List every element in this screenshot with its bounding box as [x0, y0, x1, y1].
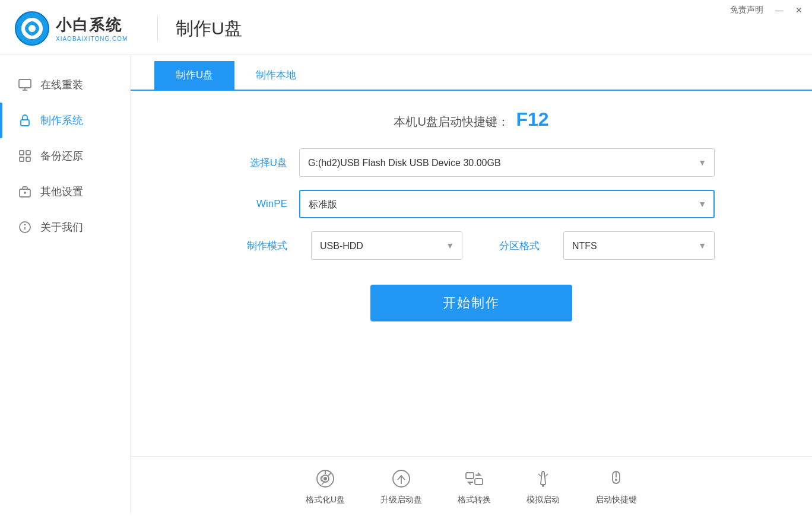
- sidebar-item-label: 关于我们: [40, 220, 83, 234]
- start-button[interactable]: 开始制作: [370, 285, 572, 321]
- main-layout: 在线重装 制作系统 备份还原: [0, 55, 812, 514]
- mode-partition-row: 制作模式 USB-HDD ▼ 分区格式 NTFS ▼: [228, 231, 715, 260]
- svg-rect-22: [466, 473, 474, 479]
- info-icon: [18, 220, 32, 234]
- sidebar-item-about-us[interactable]: 关于我们: [0, 209, 130, 245]
- toolbar-label: 格式转换: [458, 495, 491, 505]
- minimize-button[interactable]: —: [775, 5, 784, 15]
- disclaimer-link[interactable]: 免责声明: [730, 5, 763, 15]
- content-body: 本机U盘启动快捷键： F12 选择U盘 G:(hd2)USB Flash Dis…: [131, 91, 812, 456]
- shortcut-hint: 本机U盘启动快捷键： F12: [394, 109, 548, 130]
- close-button[interactable]: ✕: [795, 5, 803, 15]
- logo-subtitle: XIAOBAIXITONG.COM: [56, 36, 128, 42]
- usb-select-control: G:(hd2)USB Flash Disk USB Device 30.00GB…: [299, 148, 715, 177]
- svg-point-2: [28, 25, 36, 32]
- winpe-select-control: 标准版 ▼: [299, 190, 715, 218]
- winpe-label: WinPE: [228, 198, 287, 210]
- convert-icon: [463, 467, 486, 490]
- toolbar-item-format-usb[interactable]: 格式化U盘: [306, 467, 345, 505]
- page-title: 制作U盘: [157, 17, 242, 41]
- app-logo-icon: [14, 11, 50, 46]
- svg-rect-8: [26, 151, 30, 155]
- tab-make-usb[interactable]: 制作U盘: [154, 61, 234, 91]
- partition-select-wrapper: NTFS ▼: [563, 231, 715, 260]
- titlebar: 免责声明 — ✕: [721, 0, 812, 20]
- sidebar-item-other-settings[interactable]: 其他设置: [0, 174, 130, 209]
- toolbar-label: 启动快捷键: [595, 495, 637, 505]
- shortcut-key: F12: [516, 109, 548, 130]
- svg-rect-6: [21, 120, 29, 126]
- sidebar-item-label: 其他设置: [40, 184, 83, 199]
- svg-rect-7: [20, 151, 24, 155]
- winpe-select-wrapper: 标准版 ▼: [299, 190, 715, 218]
- partition-label: 分区格式: [486, 239, 540, 253]
- sidebar-item-label: 在线重装: [40, 78, 83, 92]
- svg-rect-9: [20, 157, 24, 161]
- svg-rect-10: [26, 157, 30, 161]
- svg-rect-23: [475, 479, 483, 485]
- toolbar-item-format-convert[interactable]: 格式转换: [458, 467, 491, 505]
- mouse-icon: [605, 467, 627, 490]
- svg-rect-3: [19, 79, 31, 88]
- logo-title: 小白系统: [56, 15, 128, 36]
- sidebar: 在线重装 制作系统 备份还原: [0, 55, 131, 514]
- logo-area: 小白系统 XIAOBAIXITONG.COM: [14, 11, 128, 46]
- sidebar-item-make-system[interactable]: 制作系统: [0, 103, 130, 138]
- bottom-toolbar: 格式化U盘 升级启动盘: [131, 456, 812, 514]
- svg-point-19: [323, 477, 327, 480]
- sidebar-item-label: 备份还原: [40, 149, 83, 163]
- logo-text: 小白系统 XIAOBAIXITONG.COM: [56, 15, 128, 42]
- toolbar-label: 模拟启动: [526, 495, 560, 505]
- lock-icon: [18, 113, 32, 128]
- winpe-select[interactable]: 标准版: [299, 190, 715, 218]
- content-area: 制作U盘 制作本地 本机U盘启动快捷键： F12 选择U盘 G:(hd2)USB: [131, 55, 812, 514]
- format-icon: [314, 467, 337, 490]
- tab-make-local[interactable]: 制作本地: [234, 61, 318, 91]
- grid-icon: [18, 149, 32, 163]
- usb-label: 选择U盘: [228, 156, 287, 170]
- winpe-select-row: WinPE 标准版 ▼: [228, 190, 715, 218]
- toolbar-item-upgrade-boot[interactable]: 升级启动盘: [380, 467, 422, 505]
- toolbar-label: 升级启动盘: [380, 495, 422, 505]
- svg-point-24: [542, 485, 544, 487]
- sidebar-item-backup-restore[interactable]: 备份还原: [0, 138, 130, 174]
- briefcase-icon: [18, 184, 32, 199]
- header: 小白系统 XIAOBAIXITONG.COM 制作U盘: [0, 0, 812, 55]
- toolbar-label: 格式化U盘: [306, 495, 345, 505]
- usb-select-wrapper: G:(hd2)USB Flash Disk USB Device 30.00GB…: [299, 148, 715, 177]
- partition-select[interactable]: NTFS: [563, 231, 715, 260]
- toolbar-item-simulate-boot[interactable]: 模拟启动: [526, 467, 560, 505]
- mode-select[interactable]: USB-HDD: [311, 231, 462, 260]
- sidebar-item-online-reinstall[interactable]: 在线重装: [0, 67, 130, 103]
- usb-select[interactable]: G:(hd2)USB Flash Disk USB Device 30.00GB: [299, 148, 715, 177]
- sidebar-item-label: 制作系统: [40, 113, 83, 128]
- upload-icon: [390, 467, 413, 490]
- mode-label: 制作模式: [228, 239, 287, 253]
- tab-bar: 制作U盘 制作本地: [131, 61, 812, 91]
- toolbar-item-boot-shortcut[interactable]: 启动快捷键: [595, 467, 637, 505]
- monitor-icon: [18, 78, 32, 92]
- usb-select-row: 选择U盘 G:(hd2)USB Flash Disk USB Device 30…: [228, 148, 715, 177]
- shortcut-text: 本机U盘启动快捷键：: [394, 115, 509, 128]
- form-section: 选择U盘 G:(hd2)USB Flash Disk USB Device 30…: [228, 148, 715, 273]
- mode-select-wrapper: USB-HDD ▼: [311, 231, 462, 260]
- svg-point-27: [615, 479, 617, 481]
- simulate-icon: [532, 467, 554, 490]
